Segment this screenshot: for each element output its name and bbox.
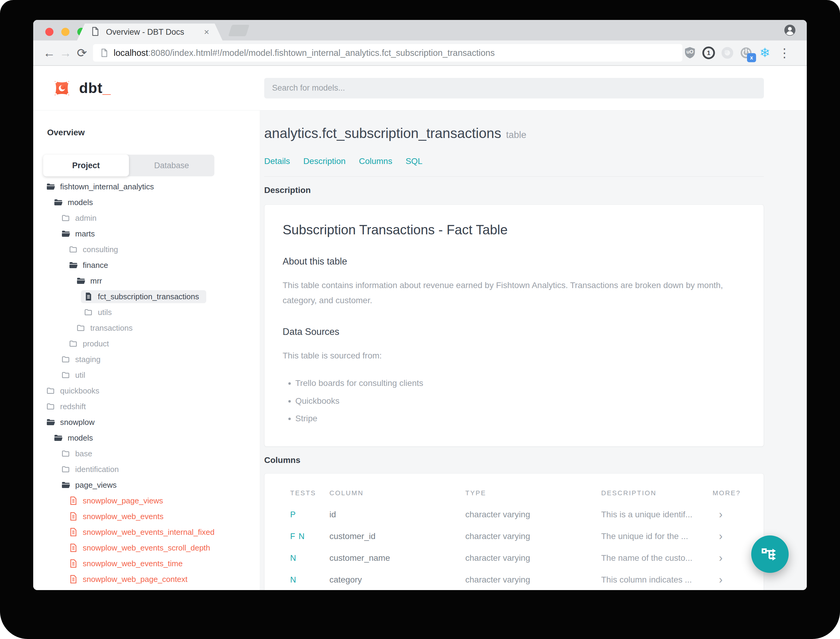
snowflake-extension-icon[interactable]: ❄	[757, 45, 772, 60]
folder-open-icon	[76, 276, 86, 285]
tree-item-label: transactions	[90, 323, 133, 333]
folder-open-icon	[54, 433, 63, 442]
lineage-graph-button[interactable]	[751, 536, 789, 573]
tree-item-label: models	[68, 433, 93, 443]
dbt-logo-icon	[51, 77, 73, 99]
tree-item-label: redshift	[60, 402, 86, 411]
type-cell: character varying	[465, 575, 530, 585]
tree-item-finance[interactable]: finance	[66, 259, 115, 272]
ublock-origin-icon[interactable]: uO	[683, 45, 697, 60]
tree-item-marts[interactable]: marts	[58, 227, 102, 240]
tree-item-label: finance	[83, 261, 108, 270]
tree-item-util[interactable]: util	[58, 369, 92, 382]
tree-item-transactions[interactable]: transactions	[73, 322, 140, 335]
tree-item-label: snowplow_web_events_internal_fixed	[83, 528, 215, 537]
tree-row: models	[33, 194, 260, 210]
lineage-graph-icon	[760, 544, 780, 564]
tree-item-label: base	[75, 449, 92, 458]
tree-item-consulting[interactable]: consulting	[66, 243, 125, 256]
power-extension-icon[interactable]: x	[738, 45, 754, 60]
tree-item-snowplow_page_views[interactable]: snowplow_page_views	[66, 494, 170, 507]
data-source-item: Trello boards for consulting clients	[295, 377, 745, 389]
tree-item-page_views[interactable]: page_views	[58, 478, 124, 492]
gray-ring-extension-icon[interactable]	[720, 45, 735, 60]
tree-item-mrr[interactable]: mrr	[73, 275, 109, 288]
model-nav-link-description[interactable]: Description	[303, 156, 346, 166]
page-icon	[100, 48, 109, 57]
columns-table-body: Pidcharacter varyingThis is a unique ide…	[265, 504, 764, 590]
tree-item-quickbooks[interactable]: quickbooks	[43, 385, 106, 397]
model-search-input[interactable]	[264, 78, 764, 99]
tree-item-snowplow_web_events_time[interactable]: snowplow_web_events_time	[66, 557, 190, 570]
logo-underscore: _	[103, 80, 111, 96]
tree-item-base[interactable]: base	[58, 447, 99, 460]
tree-item-redshift[interactable]: redshift	[43, 400, 93, 413]
tree-item-label: product	[83, 339, 109, 348]
tree-item-identification[interactable]: identification	[58, 463, 126, 476]
onepassword-icon[interactable]: 1	[701, 45, 716, 60]
tree-row: admin	[33, 210, 260, 226]
tree-item-utils[interactable]: utils	[81, 306, 119, 319]
reload-icon[interactable]: ⟳	[74, 46, 90, 60]
model-nav-link-columns[interactable]: Columns	[359, 156, 392, 166]
tree-row: identification	[33, 461, 260, 477]
folder-open-icon	[46, 418, 55, 427]
browser-menu-icon[interactable]: ⋮	[776, 46, 793, 60]
folder-closed-icon	[69, 339, 78, 348]
model-nav-link-sql[interactable]: SQL	[405, 156, 422, 166]
doc-sources-heading: Data Sources	[283, 326, 745, 337]
table-row-id[interactable]: Pidcharacter varyingThis is a unique ide…	[265, 504, 764, 525]
dbt-logo[interactable]: dbt_	[33, 77, 260, 99]
column-header-type: TYPE	[465, 489, 486, 497]
tree-item-fishtown_internal_analytics[interactable]: fishtown_internal_analytics	[43, 180, 161, 193]
address-bar[interactable]: localhost:8080/index.html#!/model/model.…	[93, 44, 683, 62]
table-row-category[interactable]: Ncategorycharacter varyingThis column in…	[265, 569, 764, 590]
tree-item-models[interactable]: models	[51, 432, 100, 445]
tree-item-admin[interactable]: admin	[58, 212, 104, 225]
folder-closed-icon	[46, 402, 55, 411]
tree-item-snowplow_web_events_internal_fixed[interactable]: snowplow_web_events_internal_fixed	[66, 526, 222, 539]
file-icon	[69, 512, 78, 521]
tree-item-label: snowplow	[60, 418, 95, 427]
window-controls	[45, 28, 86, 36]
tree-item-product[interactable]: product	[66, 337, 116, 350]
columns-table-header: TESTSCOLUMNTYPEDESCRIPTIONMORE?	[265, 489, 764, 498]
doc-sources-intro: This table is sourced from:	[283, 348, 745, 363]
tree-item-snowplow_web_events_scroll_depth[interactable]: snowplow_web_events_scroll_depth	[66, 542, 218, 555]
tab-project[interactable]: Project	[43, 155, 129, 176]
tree-item-label: marts	[75, 229, 95, 238]
tree-item-snowplow_web_events[interactable]: snowplow_web_events	[66, 510, 171, 523]
tree-item-snowplow_web_page_context[interactable]: snowplow_web_page_context	[66, 573, 195, 586]
tab-database[interactable]: Database	[129, 155, 215, 176]
tree-row: utils	[33, 304, 260, 320]
tree-item-label: fct_subscription_transactions	[98, 292, 199, 301]
expand-chevron-icon[interactable]: ›	[719, 508, 722, 521]
browser-profile-avatar[interactable]	[783, 24, 797, 38]
doc-about-heading: About this table	[283, 256, 745, 267]
tree-item-label: snowplow_page_views	[83, 496, 163, 505]
folder-closed-icon	[61, 355, 70, 364]
expand-chevron-icon[interactable]: ›	[719, 530, 722, 543]
back-icon[interactable]: ←	[41, 46, 57, 60]
tree-item-models[interactable]: models	[51, 196, 100, 209]
folder-open-icon	[61, 480, 70, 490]
forward-icon[interactable]: →	[57, 46, 74, 60]
description-cell: The unique id for the ...	[601, 531, 688, 541]
table-row-customer_id[interactable]: F Ncustomer_idcharacter varyingThe uniqu…	[265, 525, 764, 547]
model-nav-link-details[interactable]: Details	[264, 156, 290, 166]
minimize-window-button[interactable]	[61, 28, 70, 36]
tree-item-snowplow[interactable]: snowplow	[43, 416, 102, 429]
new-tab-button[interactable]	[228, 25, 249, 36]
url-text: localhost:8080/index.html#!/model/model.…	[114, 48, 495, 58]
expand-chevron-icon[interactable]: ›	[719, 574, 722, 586]
doc-about-text: This table contains information about re…	[283, 278, 745, 308]
extensions-area: uO 1 x ❄ ⋮	[683, 45, 799, 60]
table-row-customer_name[interactable]: Ncustomer_namecharacter varyingThe name …	[265, 547, 764, 569]
tree-row: quickbooks	[33, 383, 260, 399]
tab-close-icon[interactable]: ×	[204, 27, 209, 37]
tree-item-fct_subscription_transactions[interactable]: fct_subscription_transactions	[81, 290, 206, 303]
close-window-button[interactable]	[45, 28, 54, 36]
browser-tab[interactable]: Overview - DBT Docs ×	[77, 24, 222, 40]
tree-item-staging[interactable]: staging	[58, 353, 108, 366]
expand-chevron-icon[interactable]: ›	[719, 552, 722, 564]
